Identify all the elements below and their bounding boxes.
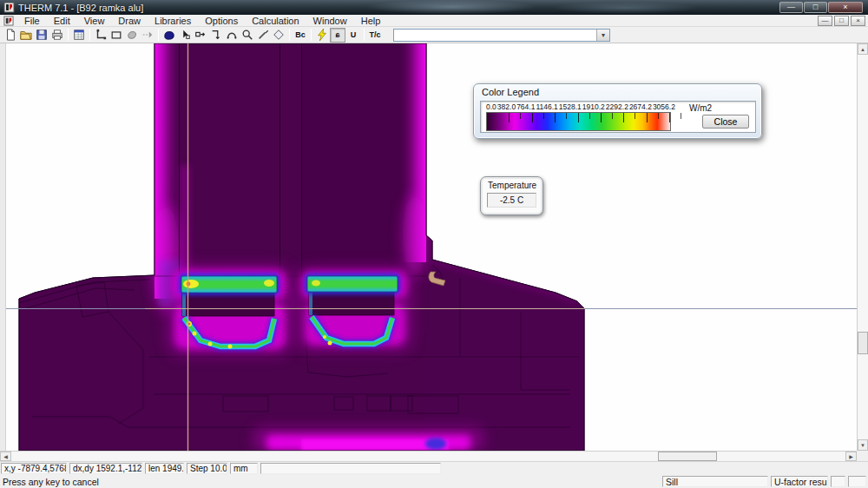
temperature-contour-button[interactable]: T/c	[367, 28, 383, 43]
print-icon	[51, 29, 63, 41]
canvas-left-border	[0, 43, 6, 451]
scrollbar-corner	[857, 451, 868, 461]
scroll-right-arrow-icon[interactable]: ▶	[845, 452, 857, 461]
save-icon	[36, 29, 48, 41]
scroll-down-arrow-icon[interactable]: ▼	[858, 439, 868, 451]
status-message: Press any key to cancel	[1, 477, 99, 487]
maximize-button[interactable]: □	[804, 2, 827, 13]
draw-arc-button[interactable]	[224, 28, 240, 43]
report-icon	[73, 29, 85, 41]
move-point-button[interactable]	[177, 28, 193, 43]
new-file-button[interactable]	[3, 28, 18, 43]
draw-rectangle-button[interactable]	[108, 28, 124, 43]
draw-region-button[interactable]	[161, 28, 177, 43]
legend-close-button[interactable]: Close	[702, 115, 749, 129]
menu-item[interactable]: Help	[354, 16, 388, 26]
temperature-label: Temperature	[481, 177, 542, 190]
eraser-button[interactable]	[271, 28, 286, 43]
measure-probe-icon	[257, 29, 269, 41]
show-flux-button[interactable]: ɕ	[330, 28, 345, 43]
menu-items: FileEditViewDrawLibrariesOptionsCalculat…	[17, 16, 387, 26]
print-button[interactable]	[49, 28, 65, 43]
fill-void-icon	[126, 29, 138, 41]
legend-minor-ticks	[498, 113, 681, 119]
app-logo-icon	[3, 2, 15, 13]
flux-color-scale	[486, 112, 671, 131]
toolbar-separator	[89, 29, 90, 41]
menu-item[interactable]: Window	[306, 16, 354, 26]
menu-item[interactable]: Options	[198, 16, 245, 26]
close-button[interactable]: ×	[828, 2, 863, 13]
status-right-fields: SillU-factor results	[662, 476, 867, 487]
legend-unit-label: W/m2	[689, 103, 712, 113]
arc-icon	[226, 29, 238, 41]
status-bar-message-row: Press any key to cancel SillU-factor res…	[0, 475, 868, 488]
status-right-field	[831, 476, 845, 487]
menu-item[interactable]: Calculation	[245, 16, 306, 26]
delete-point-button[interactable]	[208, 28, 224, 43]
status-bar-coordinates: x,y -7879.4,5768.5dx,dy 1592.1,-1124.7le…	[0, 461, 868, 475]
therm-application-window: THERM 7.1 - [B92 ramka alu] — □ × FileEd…	[0, 0, 868, 488]
boundary-conditions-button[interactable]: Bc	[293, 28, 308, 43]
legend-tick-label: 0.0	[486, 102, 496, 111]
measure-button[interactable]	[255, 28, 271, 43]
window-title: THERM 7.1 - [B92 ramka alu]	[18, 3, 143, 13]
show-ufactor-button[interactable]: U	[345, 28, 361, 43]
toolbar-separator	[289, 29, 290, 41]
report-button[interactable]	[71, 28, 87, 43]
temperature-value: -2.5 C	[487, 193, 536, 208]
draw-region-icon	[163, 29, 175, 41]
heat-flux-hotspot-left	[167, 265, 293, 356]
profile-combobox[interactable]: ▾	[393, 29, 610, 42]
color-legend-title[interactable]: Color Legend	[474, 84, 761, 97]
menu-item[interactable]: Edit	[47, 16, 77, 26]
toolbar-separator	[68, 29, 69, 41]
save-button[interactable]	[34, 28, 49, 43]
color-legend-dialog: Color Legend 0.0382.0764.11146.11528.119…	[473, 83, 762, 139]
mdi-restore-button[interactable]: □	[834, 16, 849, 26]
menu-bar: FileEditViewDrawLibrariesOptionsCalculat…	[0, 15, 868, 27]
minimize-button[interactable]: —	[779, 2, 803, 13]
toolbar-separator	[364, 29, 365, 41]
new-file-icon	[4, 29, 16, 41]
move-polygon-icon	[141, 29, 154, 41]
toolbar-separator	[311, 29, 312, 41]
zoom-icon	[241, 29, 253, 41]
insert-point-button[interactable]	[193, 28, 208, 43]
chevron-down-icon[interactable]: ▾	[596, 30, 609, 41]
eraser-icon	[273, 29, 285, 41]
horizontal-scrollbar[interactable]: ◀ ▶	[0, 451, 857, 461]
scroll-left-arrow-icon[interactable]: ◀	[0, 452, 11, 461]
legend-tick-label: 1910.2	[582, 102, 605, 111]
scroll-up-arrow-icon[interactable]: ▲	[858, 43, 868, 55]
zoom-button[interactable]	[240, 28, 255, 43]
status-right-field: Sill	[662, 476, 768, 487]
move-point-icon	[179, 29, 191, 41]
legend-tick-label: 1528.1	[559, 102, 582, 111]
menu-item[interactable]: Libraries	[148, 16, 198, 26]
mdi-close-button[interactable]: ×	[851, 16, 865, 26]
calculate-button[interactable]	[314, 28, 330, 43]
toolbar: Bc ɕ U T/c ▾	[0, 27, 868, 43]
status-right-field: U-factor results	[771, 476, 828, 487]
status-field: mm	[230, 463, 258, 474]
status-right-field	[848, 476, 866, 487]
horizontal-scrollbar-thumb[interactable]	[658, 452, 717, 461]
legend-tick-label: 3056.2	[653, 102, 675, 111]
open-file-button[interactable]	[18, 28, 34, 43]
legend-tick-label: 1146.1	[536, 102, 557, 111]
mdi-minimize-button[interactable]: —	[818, 16, 832, 26]
title-bar[interactable]: THERM 7.1 - [B92 ramka alu] — □ ×	[0, 0, 868, 15]
fill-void-button[interactable]	[124, 28, 140, 43]
temperature-popup: Temperature -2.5 C	[480, 176, 543, 215]
legend-tick-label: 382.0	[497, 102, 516, 111]
menu-item[interactable]: Draw	[111, 16, 148, 26]
move-polygon-button[interactable]	[140, 28, 155, 43]
menu-item[interactable]: File	[17, 16, 47, 26]
draw-polyline-button[interactable]	[93, 28, 108, 43]
vertical-scrollbar-thumb[interactable]	[858, 332, 868, 354]
menu-item[interactable]: View	[77, 16, 112, 26]
legend-tick-label: 2674.2	[629, 102, 652, 111]
vertical-scrollbar[interactable]: ▲ ▼	[857, 43, 868, 451]
status-field: len 1949.3	[145, 463, 184, 474]
